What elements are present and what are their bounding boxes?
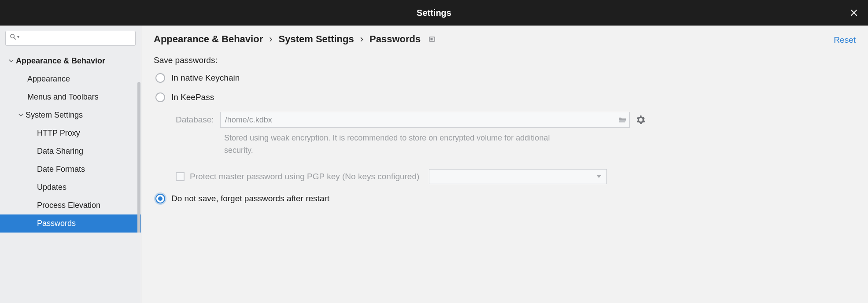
database-label: Database: bbox=[176, 115, 214, 125]
keepass-settings: Database: Stored using weak encryption. … bbox=[176, 112, 856, 184]
breadcrumb-item[interactable]: Appearance & Behavior bbox=[154, 33, 263, 45]
radio-keepass[interactable]: In KeePass bbox=[155, 92, 856, 102]
pgp-protect-row: Protect master password using PGP key (N… bbox=[176, 169, 856, 184]
close-icon bbox=[850, 9, 857, 16]
breadcrumb-separator: › bbox=[269, 33, 272, 45]
database-path-input bbox=[220, 112, 630, 128]
breadcrumb-item[interactable]: System Settings bbox=[279, 33, 354, 45]
tree-label: Appearance bbox=[27, 74, 70, 84]
tree-item-date-formats[interactable]: Date Formats bbox=[0, 160, 141, 178]
project-scope-icon bbox=[428, 36, 436, 43]
search-input[interactable] bbox=[5, 31, 136, 46]
breadcrumb-item: Passwords bbox=[369, 33, 421, 45]
content-pane: Appearance & Behavior › System Settings … bbox=[141, 26, 868, 303]
tree-item-system-settings[interactable]: System Settings bbox=[0, 106, 141, 124]
main-layout: ▾ Appearance & Behavior Appearance Menus… bbox=[0, 26, 868, 303]
radio-button[interactable] bbox=[155, 194, 165, 203]
titlebar: Settings bbox=[0, 0, 868, 26]
breadcrumb: Appearance & Behavior › System Settings … bbox=[154, 33, 856, 45]
tree-label: System Settings bbox=[26, 111, 83, 120]
tree-item-appearance-behavior[interactable]: Appearance & Behavior bbox=[0, 52, 141, 70]
chevron-down-icon bbox=[8, 58, 14, 64]
folder-open-icon[interactable] bbox=[618, 116, 626, 123]
section-heading: Save passwords: bbox=[154, 55, 856, 65]
tree-item-passwords[interactable]: Passwords bbox=[0, 214, 141, 233]
tree-item-menus-toolbars[interactable]: Menus and Toolbars bbox=[0, 88, 141, 106]
chevron-down-icon: ▾ bbox=[17, 34, 19, 39]
scrollbar-thumb[interactable] bbox=[137, 82, 140, 233]
tree-item-appearance[interactable]: Appearance bbox=[0, 70, 141, 88]
tree-label: HTTP Proxy bbox=[37, 129, 80, 138]
chevron-down-icon bbox=[18, 112, 24, 118]
keepass-settings-button[interactable] bbox=[636, 115, 646, 125]
tree-label: Passwords bbox=[37, 219, 76, 228]
tree-label: Menus and Toolbars bbox=[27, 92, 99, 102]
tree-label: Data Sharing bbox=[37, 147, 83, 156]
radio-native-keychain[interactable]: In native Keychain bbox=[155, 73, 856, 83]
radio-label: In native Keychain bbox=[171, 73, 240, 83]
radio-do-not-save[interactable]: Do not save, forget passwords after rest… bbox=[155, 194, 856, 203]
tree-item-process-elevation[interactable]: Process Elevation bbox=[0, 196, 141, 214]
svg-line-1 bbox=[14, 37, 15, 39]
database-hint: Stored using weak encryption. It is reco… bbox=[224, 132, 554, 157]
radio-label: Do not save, forget passwords after rest… bbox=[171, 194, 329, 203]
tree-item-updates[interactable]: Updates bbox=[0, 178, 141, 196]
database-input-wrap bbox=[220, 112, 630, 128]
gear-icon bbox=[636, 115, 645, 124]
breadcrumb-separator: › bbox=[360, 33, 363, 45]
tree-label: Updates bbox=[37, 183, 66, 192]
reset-link[interactable]: Reset bbox=[834, 35, 856, 45]
pgp-protect-label: Protect master password using PGP key (N… bbox=[190, 172, 419, 181]
radio-button[interactable] bbox=[155, 92, 165, 102]
tree-item-http-proxy[interactable]: HTTP Proxy bbox=[0, 124, 141, 142]
search-wrap: ▾ bbox=[0, 26, 141, 50]
radio-label: In KeePass bbox=[171, 92, 214, 102]
pgp-key-dropdown[interactable] bbox=[429, 169, 607, 184]
pgp-protect-checkbox[interactable] bbox=[176, 172, 185, 181]
database-row: Database: bbox=[176, 112, 856, 128]
search-icon: ▾ bbox=[10, 33, 19, 40]
radio-button[interactable] bbox=[155, 73, 165, 83]
sidebar: ▾ Appearance & Behavior Appearance Menus… bbox=[0, 26, 141, 303]
tree-label: Date Formats bbox=[37, 165, 85, 174]
tree-label: Process Elevation bbox=[37, 201, 100, 210]
settings-tree: Appearance & Behavior Appearance Menus a… bbox=[0, 50, 141, 233]
window-title: Settings bbox=[417, 8, 451, 18]
svg-rect-3 bbox=[431, 38, 433, 41]
tree-item-data-sharing[interactable]: Data Sharing bbox=[0, 142, 141, 160]
close-button[interactable] bbox=[848, 7, 860, 19]
tree-label: Appearance & Behavior bbox=[16, 56, 105, 66]
